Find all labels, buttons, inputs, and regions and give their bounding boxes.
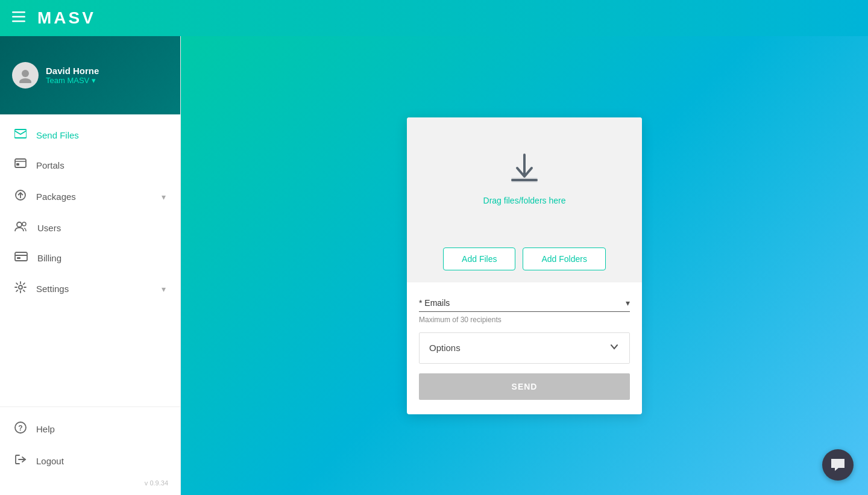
main-layout: David Horne Team MASV ▾ Send Files [0, 36, 868, 495]
user-name: David Horne [46, 66, 99, 76]
sidebar-item-billing[interactable]: Billing [0, 243, 180, 273]
packages-chevron-icon: ▾ [162, 192, 166, 202]
svg-point-3 [22, 70, 29, 77]
svg-point-12 [22, 222, 26, 226]
sidebar: David Horne Team MASV ▾ Send Files [0, 36, 181, 495]
sidebar-label-packages: Packages [36, 191, 152, 202]
user-info: David Horne Team MASV ▾ [46, 66, 99, 85]
options-dropdown[interactable]: Options [419, 332, 630, 364]
sidebar-label-users: Users [37, 223, 166, 233]
settings-icon [14, 281, 27, 296]
sidebar-label-billing: Billing [37, 253, 166, 263]
team-chevron-icon: ▾ [92, 76, 96, 85]
users-icon [14, 221, 28, 235]
version-text: v 0.9.34 [0, 477, 180, 489]
settings-chevron-icon: ▾ [162, 284, 166, 294]
sidebar-bottom: ? Help Logout v 0.9.34 [0, 406, 180, 495]
email-label[interactable]: * Emails ▾ [419, 294, 630, 311]
card-buttons: Add Files Add Folders [407, 238, 642, 282]
svg-rect-6 [15, 159, 26, 167]
main-content: Drag files/folders here Add Files Add Fo… [181, 36, 868, 495]
drag-text: Drag files/folders here [483, 196, 566, 205]
nav-section: Send Files Portals [0, 114, 180, 406]
sidebar-label-settings: Settings [36, 284, 152, 294]
options-label: Options [429, 343, 461, 353]
svg-rect-8 [16, 163, 19, 166]
svg-point-4 [19, 78, 31, 83]
drop-zone[interactable]: Drag files/folders here [407, 117, 642, 238]
sidebar-item-packages[interactable]: Packages ▾ [0, 181, 180, 213]
logo-text: MASV [37, 8, 96, 28]
max-recipients-text: Maximum of 30 recipients [419, 316, 630, 324]
svg-point-11 [17, 222, 22, 227]
upload-icon [506, 150, 542, 188]
send-files-icon [14, 129, 27, 142]
sidebar-label-portals: Portals [36, 160, 166, 170]
sidebar-item-settings[interactable]: Settings ▾ [0, 273, 180, 305]
sidebar-item-portals[interactable]: Portals [0, 150, 180, 181]
svg-rect-1 [12, 16, 25, 17]
svg-rect-13 [15, 252, 27, 261]
chat-bubble[interactable] [822, 449, 854, 481]
svg-rect-0 [12, 11, 25, 13]
email-dropdown-icon: ▾ [626, 298, 630, 308]
packages-icon [14, 189, 27, 204]
sidebar-label-send-files: Send Files [36, 130, 166, 140]
logout-icon [14, 453, 27, 469]
portals-icon [14, 158, 27, 172]
sidebar-item-users[interactable]: Users [0, 213, 180, 243]
top-header: MASV [0, 0, 868, 36]
email-field-wrapper: * Emails ▾ [419, 294, 630, 312]
billing-icon [14, 252, 28, 264]
send-files-card: Drag files/folders here Add Files Add Fo… [407, 117, 642, 414]
svg-text:?: ? [18, 424, 22, 432]
add-files-button[interactable]: Add Files [443, 248, 515, 270]
sidebar-item-send-files[interactable]: Send Files [0, 120, 180, 150]
sidebar-label-logout: Logout [36, 456, 166, 466]
team-name[interactable]: Team MASV ▾ [46, 76, 99, 85]
send-button[interactable]: SEND [419, 373, 630, 400]
options-chevron-icon [609, 341, 620, 355]
avatar [12, 62, 39, 89]
user-section: David Horne Team MASV ▾ [0, 36, 180, 114]
add-folders-button[interactable]: Add Folders [523, 248, 605, 270]
sidebar-label-help: Help [36, 424, 166, 434]
hamburger-icon[interactable] [12, 11, 25, 25]
svg-point-16 [19, 285, 22, 289]
svg-rect-2 [12, 20, 25, 22]
help-icon: ? [14, 422, 27, 437]
sidebar-item-logout[interactable]: Logout [0, 445, 180, 477]
form-section: * Emails ▾ Maximum of 30 recipients Opti… [407, 282, 642, 414]
svg-rect-15 [17, 257, 20, 259]
svg-rect-20 [511, 178, 538, 182]
sidebar-item-help[interactable]: ? Help [0, 413, 180, 445]
